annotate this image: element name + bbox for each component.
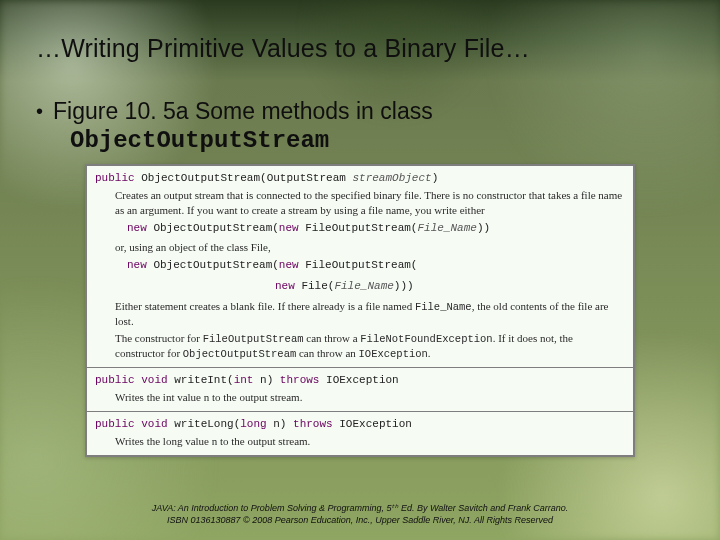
- method-description: or, using an object of the class File,: [95, 238, 625, 255]
- footer-line-2: ISBN 0136130887 © 2008 Pearson Education…: [0, 514, 720, 526]
- footer-line-1: JAVA: An Introduction to Problem Solving…: [0, 502, 720, 514]
- bullet-row: • Figure 10. 5a Some methods in class: [36, 97, 684, 125]
- api-cell-writelong: public void writeLong(long n) throws IOE…: [86, 411, 634, 455]
- api-methods-table: public ObjectOutputStream(OutputStream s…: [85, 164, 635, 457]
- slide-content: …Writing Primitive Values to a Binary Fi…: [0, 0, 720, 457]
- method-description: Writes the int value n to the output str…: [95, 388, 625, 405]
- method-signature: public ObjectOutputStream(OutputStream s…: [95, 171, 625, 186]
- method-signature: public void writeInt(int n) throws IOExc…: [95, 373, 625, 388]
- api-cell-writeint: public void writeInt(int n) throws IOExc…: [86, 368, 634, 412]
- table-row: public void writeInt(int n) throws IOExc…: [86, 368, 634, 412]
- method-signature: public void writeLong(long n) throws IOE…: [95, 417, 625, 432]
- class-name-code: ObjectOutputStream: [70, 127, 684, 154]
- bullet-text: Figure 10. 5a Some methods in class: [53, 97, 433, 125]
- code-example: new ObjectOutputStream(new FileOutputStr…: [95, 255, 625, 276]
- table-row: public ObjectOutputStream(OutputStream s…: [86, 165, 634, 368]
- api-cell-constructor: public ObjectOutputStream(OutputStream s…: [86, 165, 634, 368]
- table-row: public void writeLong(long n) throws IOE…: [86, 411, 634, 455]
- code-example: new File(File_Name))): [95, 276, 625, 297]
- slide-title: …Writing Primitive Values to a Binary Fi…: [36, 34, 684, 63]
- code-example: new ObjectOutputStream(new FileOutputStr…: [95, 218, 625, 239]
- copyright-footer: JAVA: An Introduction to Problem Solving…: [0, 502, 720, 526]
- method-description: Creates an output stream that is connect…: [95, 186, 625, 218]
- method-description: The constructor for FileOutputStream can…: [95, 329, 625, 361]
- bullet-dot: •: [36, 97, 43, 125]
- method-description: Either statement creates a blank file. I…: [95, 297, 625, 329]
- method-description: Writes the long value n to the output st…: [95, 432, 625, 449]
